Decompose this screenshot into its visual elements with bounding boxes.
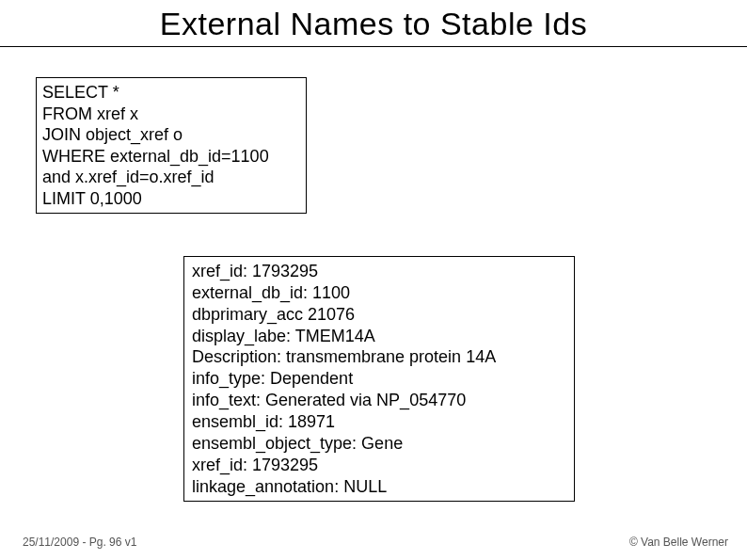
sql-line: JOIN object_xref o [42, 124, 300, 146]
result-line: external_db_id: 1100 [192, 282, 566, 304]
footer-copyright: © Van Belle Werner [629, 536, 728, 549]
result-line: xref_id: 1793295 [192, 455, 566, 476]
sql-line: SELECT * [42, 82, 300, 104]
query-result-box: xref_id: 1793295 external_db_id: 1100 db… [183, 256, 575, 502]
page-title: External Names to Stable Ids [0, 6, 747, 42]
sql-line: FROM xref x [42, 104, 300, 125]
result-line: display_labe: TMEM14A [192, 326, 566, 347]
sql-line: WHERE external_db_id=1100 [42, 146, 300, 168]
result-line: xref_id: 1793295 [192, 261, 566, 282]
result-line: info_text: Generated via NP_054770 [192, 390, 566, 411]
title-area: External Names to Stable Ids [0, 0, 747, 47]
sql-line: LIMIT 0,1000 [42, 188, 300, 210]
result-line: linkage_annotation: NULL [192, 476, 566, 498]
result-line: Description: transmembrane protein 14A [192, 346, 566, 368]
result-line: dbprimary_acc 21076 [192, 304, 566, 326]
sql-line: and x.xref_id=o.xref_id [42, 167, 300, 188]
result-line: ensembl_id: 18971 [192, 411, 566, 433]
sql-query-box: SELECT * FROM xref x JOIN object_xref o … [36, 77, 307, 214]
result-line: info_type: Dependent [192, 368, 566, 390]
result-line: ensembl_object_type: Gene [192, 433, 566, 455]
footer-date-page: 25/11/2009 - Pg. 96 v1 [23, 536, 136, 549]
